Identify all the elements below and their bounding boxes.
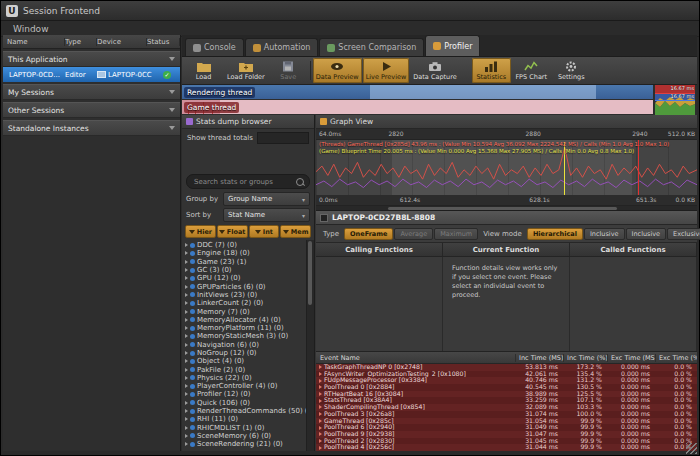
event-expand-icon[interactable] (319, 412, 322, 416)
fps-mini-graph[interactable]: 16.67 ms 16.67 ms (655, 85, 695, 115)
stat-group-item[interactable]: SceneRendering (21) (0) (182, 440, 314, 448)
stats-panel-header[interactable]: Stats dump browser (182, 115, 314, 129)
expander-icon[interactable] (185, 310, 188, 314)
group-by-dropdown[interactable]: Group Name (223, 192, 310, 206)
expander-icon[interactable] (185, 442, 188, 446)
inc-time-ms-header[interactable]: Inc Time (MS) (515, 354, 563, 362)
graph-plot-area[interactable]: (Threads) GameThread [0x285d] 43.96 ms :… (316, 140, 697, 195)
stat-group-item[interactable]: PakFile (2) (0) (182, 365, 314, 373)
tab-automation[interactable]: Automation (245, 38, 319, 56)
search-input[interactable] (192, 177, 293, 187)
expander-icon[interactable] (185, 351, 188, 355)
stat-group-item[interactable]: LinkerCount (2) (0) (182, 299, 314, 307)
tab-console[interactable]: Console (185, 38, 244, 56)
event-expand-icon[interactable] (319, 405, 322, 409)
stat-group-item[interactable]: Physics (22) (0) (182, 374, 314, 382)
session-row-selected[interactable]: LAPTOP-0CD... Editor LAPTOP-0CC (3, 67, 180, 82)
statistics-button[interactable]: Statistics (472, 58, 511, 83)
event-expand-icon[interactable] (319, 399, 322, 403)
event-expand-icon[interactable] (319, 392, 322, 396)
event-row[interactable]: RTHeartBeat 16 [0x3084] 38.989 ms 125.5 … (316, 391, 697, 398)
stat-group-item[interactable]: PlayerController (4) (0) (182, 382, 314, 390)
stat-group-item[interactable]: Quick (106) (0) (182, 399, 314, 407)
exc-time-ms-header[interactable]: Exc Time (MS) (607, 354, 655, 362)
event-expand-icon[interactable] (319, 426, 322, 430)
event-row[interactable]: StatsThread [0x38A4] 33.259 ms 107.1 % 0… (316, 397, 697, 404)
expander-icon[interactable] (185, 260, 188, 264)
group-other-sessions[interactable]: Other Sessions (3, 102, 180, 118)
stat-filter-button[interactable]: Int (249, 225, 280, 238)
event-expand-icon[interactable] (319, 432, 322, 436)
expander-icon[interactable] (185, 417, 188, 421)
expander-icon[interactable] (185, 392, 188, 396)
expander-icon[interactable] (185, 384, 188, 388)
exc-time-pct-header[interactable]: Exc Time (%) (655, 354, 697, 362)
fps-chart-button[interactable]: FPS Chart (512, 58, 551, 83)
called-functions-header[interactable]: Called Functions (570, 243, 697, 256)
stat-group-item[interactable]: DDC (7) (0) (182, 241, 314, 249)
event-name-header[interactable]: Event Name (316, 354, 515, 362)
expander-icon[interactable] (185, 368, 188, 372)
expander-icon[interactable] (185, 293, 188, 297)
stat-group-item[interactable]: GPUParticles (6) (0) (182, 282, 314, 290)
stat-group-item[interactable]: RHICMDLIST (1) (0) (182, 424, 314, 432)
stat-group-item[interactable]: GC (3) (0) (182, 266, 314, 274)
expander-icon[interactable] (185, 318, 188, 322)
event-expand-icon[interactable] (319, 439, 322, 443)
tab-screen-comparison[interactable]: Screen Comparison (319, 38, 424, 56)
group-my-sessions[interactable]: My Sessions (3, 84, 180, 100)
stat-filter-button[interactable]: Mem (280, 225, 311, 238)
stat-filter-button[interactable]: Hier (185, 225, 216, 238)
expander-icon[interactable] (185, 268, 188, 272)
graph-cursor-red[interactable] (638, 140, 639, 195)
stat-group-item[interactable]: Memory (7) (0) (182, 307, 314, 315)
expander-icon[interactable] (185, 426, 188, 430)
show-thread-totals-box[interactable] (257, 132, 309, 144)
column-device[interactable]: Device (97, 38, 147, 46)
sort-by-dropdown[interactable]: Stat Name (223, 208, 310, 222)
graph-scrollbar-thumb[interactable] (388, 207, 617, 210)
expander-icon[interactable] (185, 401, 188, 405)
expander-icon[interactable] (185, 376, 188, 380)
event-expand-icon[interactable] (319, 379, 322, 383)
view-mode-button[interactable]: Inclusive (626, 228, 667, 240)
tab-profiler[interactable]: Profiler (425, 35, 480, 56)
view-mode-button[interactable]: Exclusive (667, 228, 700, 240)
view-mode-button[interactable]: Inclusive (584, 228, 625, 240)
graph-horizontal-scrollbar[interactable] (316, 206, 697, 210)
event-row[interactable]: PoolThread 0 [0x2884] 40.545 ms 130.5 % … (316, 384, 697, 391)
type-button[interactable]: OneFrame (344, 228, 393, 240)
event-expand-icon[interactable] (319, 365, 322, 369)
column-name[interactable]: Name (7, 38, 65, 46)
stat-group-item[interactable]: MemoryAllocator (4) (0) (182, 316, 314, 324)
stat-group-item[interactable]: NoGroup (12) (0) (182, 349, 314, 357)
stat-group-item[interactable]: Profiler (12) (0) (182, 390, 314, 398)
instance-checkbox[interactable] (320, 214, 328, 222)
settings-button[interactable]: Settings (552, 58, 591, 83)
load-button[interactable]: Load (184, 58, 223, 83)
inc-time-pct-header[interactable]: Inc Time (%) (563, 354, 607, 362)
stat-group-item[interactable]: RHI (11) (0) (182, 415, 314, 423)
expander-icon[interactable] (185, 326, 188, 330)
window-resize-grip[interactable] (686, 443, 697, 454)
data-preview-button[interactable]: Data Preview (313, 58, 362, 83)
stat-group-item[interactable]: Game (23) (1) (182, 258, 314, 266)
event-row[interactable]: PoolThread 4 [0x256c] 31.044 ms 99.9 % 0… (316, 444, 697, 451)
stat-group-item[interactable]: MemoryPlatform (11) (0) (182, 324, 314, 332)
stat-group-item[interactable]: GPU (12) (0) (182, 274, 314, 282)
game-thread-track[interactable]: Game thread (182, 100, 653, 114)
expander-icon[interactable] (185, 276, 188, 280)
event-row[interactable]: PoolThread 9 [0x2938] 31.047 ms 99.9 % 0… (316, 431, 697, 438)
event-expand-icon[interactable] (319, 385, 322, 389)
stat-group-item[interactable]: SceneMemory (6) (0) (182, 432, 314, 440)
live-preview-button[interactable]: Live Preview (363, 58, 410, 83)
expander-icon[interactable] (185, 434, 188, 438)
tree-scrollbar-thumb[interactable] (308, 241, 312, 305)
event-row[interactable]: PoolThread 3 [0x26a8] 31.074 ms 100.0 % … (316, 411, 697, 418)
event-expand-icon[interactable] (319, 372, 322, 376)
group-this-application[interactable]: This Application (3, 51, 180, 67)
group-standalone-instances[interactable]: Standalone Instances (3, 120, 180, 136)
event-row[interactable]: TaskGraphThreadNP 0 [0x2748] 53.813 ms 1… (316, 364, 697, 371)
save-button[interactable]: Save (269, 58, 308, 83)
expander-icon[interactable] (185, 359, 188, 363)
